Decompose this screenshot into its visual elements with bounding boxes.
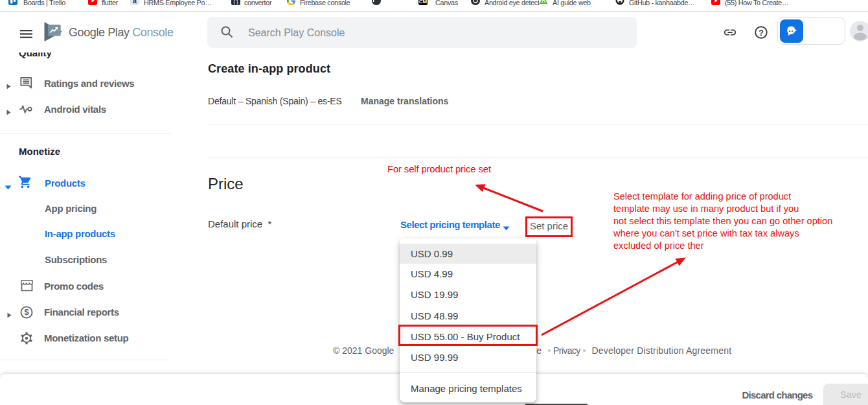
svg-text:CM: CM	[419, 0, 428, 5]
svg-text:{ }: { }	[233, 0, 238, 5]
svg-text:$: $	[24, 307, 29, 317]
svg-text:a: a	[133, 0, 137, 5]
svg-text:?: ?	[759, 29, 764, 38]
